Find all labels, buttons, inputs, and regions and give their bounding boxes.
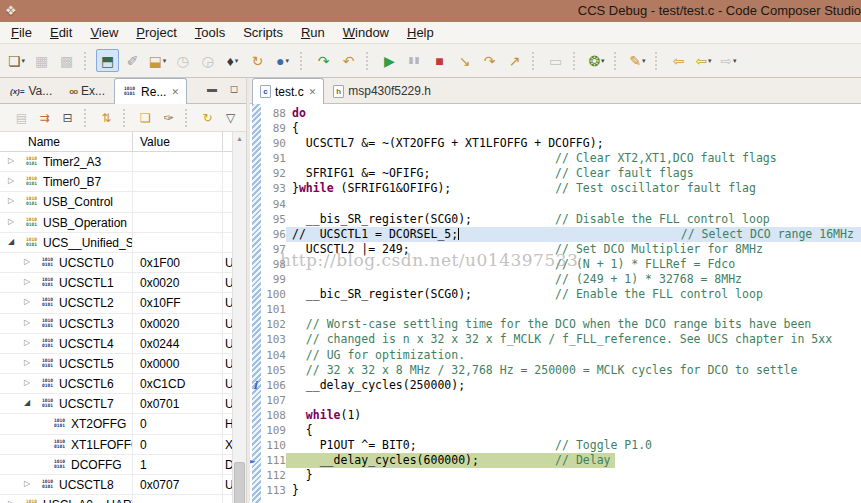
code-line[interactable]: 89{ [250, 121, 861, 136]
collapsed-arrow-icon[interactable]: ▷ [24, 297, 30, 306]
resume-button[interactable]: ▶ [378, 49, 401, 72]
target-config-button[interactable]: ✐ [121, 49, 144, 72]
step-return-button[interactable]: ↗ [503, 49, 526, 72]
code-line[interactable]: 105 // 32 x 32 x 8 MHz / 32,768 Hz = 250… [250, 363, 861, 378]
line-number[interactable]: 99 [261, 272, 286, 287]
reorder-button[interactable]: ⇅ [96, 107, 117, 128]
line-number[interactable]: 103 [261, 332, 286, 347]
code-line[interactable]: 88do [250, 106, 861, 121]
table-row[interactable]: ▷10100101Timer0_B7 [0, 172, 233, 192]
collapsed-arrow-icon[interactable]: ▷ [24, 358, 30, 367]
line-number[interactable]: 95 [261, 212, 286, 227]
line-number[interactable]: 112 [261, 468, 286, 483]
expanded-arrow-icon[interactable]: ◢ [24, 398, 30, 407]
line-number[interactable]: 101 [261, 302, 286, 317]
table-row[interactable]: ◢10100101UCSCTL70x0701U [0, 394, 233, 414]
line-number[interactable]: 111 [261, 453, 286, 468]
minimize-button[interactable]: ▬ [204, 83, 220, 94]
column-divider[interactable] [132, 132, 133, 151]
code-line[interactable]: 95 __bis_SR_register(SCG0); // Disable t… [250, 212, 861, 227]
collapsed-arrow-icon[interactable]: ▷ [8, 196, 14, 205]
refresh-button[interactable]: ↶ [337, 49, 360, 72]
code-editor[interactable]: 88do89{90 UCSCTL7 &= ~(XT2OFFG + XT1LFOF… [250, 104, 861, 503]
code-line[interactable]: 94 [250, 197, 861, 212]
column-divider[interactable] [222, 132, 223, 151]
close-icon[interactable]: ✕ [171, 87, 179, 97]
open-folder-button[interactable]: ⬓▾ [146, 49, 169, 72]
table-row[interactable]: ▷10100101Timer2_A3 [0, 152, 233, 172]
debug-button[interactable]: ⬒ [96, 49, 119, 72]
line-number[interactable]: 107 [261, 393, 286, 408]
tab-variables[interactable]: (x)=Va... [2, 78, 60, 103]
table-row[interactable]: ▷10100101UCSCTL50x0000U [0, 354, 233, 374]
code-line[interactable]: 91 // Clear XT2,XT1,DCO fault flags [250, 151, 861, 166]
menu-view[interactable]: View [81, 22, 127, 43]
line-number[interactable]: 89 [261, 121, 286, 136]
flash-settings-button[interactable]: ✎▾ [626, 49, 649, 72]
restart-button[interactable]: ↷ [312, 49, 335, 72]
step-over-button[interactable]: ↷ [478, 49, 501, 72]
menu-help[interactable]: Help [398, 22, 443, 43]
table-row[interactable]: ▷10100101USB_Control [0, 192, 233, 212]
line-number[interactable]: 92 [261, 166, 286, 181]
table-row[interactable]: ▷10100101UCSCTL40x0244U [0, 334, 233, 354]
line-number[interactable]: 109 [261, 423, 286, 438]
menu-window[interactable]: Window [334, 22, 398, 43]
scrollbar-thumb[interactable] [234, 462, 245, 503]
menu-file[interactable]: File [2, 22, 41, 43]
table-row[interactable]: 10100101XT1LFOFFG0X [0, 435, 233, 455]
dropdown-caret-icon[interactable]: ▾ [163, 57, 167, 65]
collapsed-arrow-icon[interactable]: ▷ [24, 277, 30, 286]
code-line[interactable]: 90 UCSCTL7 &= ~(XT2OFFG + XT1LFOFFG + DC… [250, 136, 861, 151]
collapse-all-button[interactable]: ⊟ [57, 107, 78, 128]
code-line[interactable]: 100 __bic_SR_register(SCG0); // Enable t… [250, 287, 861, 302]
line-number[interactable]: 93 [261, 181, 286, 196]
menu-run[interactable]: Run [292, 22, 334, 43]
menu-edit[interactable]: Edit [41, 22, 81, 43]
line-number[interactable]: 88 [261, 106, 286, 121]
code-line[interactable]: 107 [250, 393, 861, 408]
code-line[interactable]: 99 // (249 + 1) * 32768 = 8MHz [250, 272, 861, 287]
reset-cpu-button[interactable]: ↻ [246, 49, 269, 72]
code-line[interactable]: 97 UCSCTL2 |= 249; // Set DCO Multiplier… [250, 242, 861, 257]
table-row[interactable]: ▷10100101UCSCTL80x0707U [0, 475, 233, 495]
line-number[interactable]: 96 [261, 227, 286, 242]
line-number[interactable]: 94 [261, 197, 286, 212]
line-number[interactable]: 102 [261, 317, 286, 332]
column-header-value[interactable]: Value [140, 135, 170, 149]
menu-tools[interactable]: Tools [186, 22, 234, 43]
back-button[interactable]: ⇦▾ [692, 49, 715, 72]
code-line[interactable]: 96// UCSCTL1 = DCORSEL_5; // Select DCO … [250, 227, 861, 242]
maximize-button[interactable]: ◻ [226, 83, 242, 94]
add-register-group-button[interactable]: ❏ [135, 107, 156, 128]
code-line[interactable]: 103 // changed is n x 32 x 32 x f_MCLK /… [250, 332, 861, 347]
new-button[interactable]: ❏▾ [5, 49, 28, 72]
line-number[interactable]: 105 [261, 363, 286, 378]
tab-msp430f5229-h[interactable]: hmsp430f5229.h [325, 78, 439, 103]
dropdown-caret-icon[interactable]: ▾ [708, 57, 712, 65]
line-number[interactable]: 106 [261, 378, 286, 393]
table-row[interactable]: ◢10100101UCS__Unified_Sy [0, 233, 233, 253]
terminate-button[interactable]: ■ [428, 49, 451, 72]
table-row[interactable]: ▷10100101USCI_A0__UART [0, 495, 233, 503]
dropdown-caret-icon[interactable]: ▾ [601, 57, 605, 65]
collapsed-arrow-icon[interactable]: ▷ [8, 217, 14, 226]
tree-mode-button[interactable]: ⇉ [34, 107, 55, 128]
tab-registers[interactable]: 10100101Re...✕ [114, 78, 187, 104]
line-number[interactable]: 90 [261, 136, 286, 151]
code-line[interactable]: 101 [250, 302, 861, 317]
refresh-view-button[interactable]: ↻ [197, 107, 218, 128]
collapsed-arrow-icon[interactable]: ▷ [24, 338, 30, 347]
code-line[interactable]: 109 { [250, 423, 861, 438]
expanded-arrow-icon[interactable]: ◢ [8, 237, 14, 246]
dropdown-caret-icon[interactable]: ▾ [733, 57, 737, 65]
line-number[interactable]: 104 [261, 348, 286, 363]
tab-test-c[interactable]: ctest.c✕ [252, 78, 324, 104]
code-line[interactable]: ►111 __delay_cycles(600000); // Delay [250, 453, 861, 468]
code-line[interactable]: 92 SFRIFG1 &= ~OFIFG; // Clear fault fla… [250, 166, 861, 181]
debug-config-button[interactable]: ❂▾ [585, 49, 608, 72]
collapsed-arrow-icon[interactable]: ▷ [24, 479, 30, 488]
collapsed-arrow-icon[interactable]: ▷ [24, 257, 30, 266]
table-row[interactable]: 10100101DCOFFG1D [0, 455, 233, 475]
line-number[interactable]: 108 [261, 408, 286, 423]
